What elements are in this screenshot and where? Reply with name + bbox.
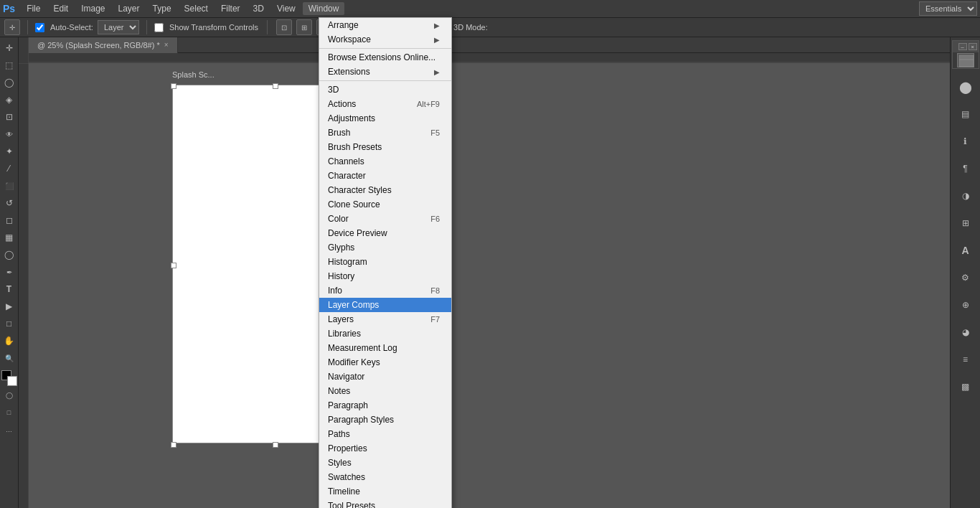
menu-paths[interactable]: Paths bbox=[319, 427, 451, 441]
document-tab[interactable]: @ 25% (Splash Screen, RGB/8#) * × bbox=[29, 37, 178, 53]
brush-tool[interactable]: ∕ bbox=[1, 161, 17, 177]
menu-measurement-log[interactable]: Measurement Log bbox=[319, 341, 451, 355]
menu-libraries[interactable]: Libraries bbox=[319, 326, 451, 341]
menu-browse-extensions[interactable]: Browse Extensions Online... bbox=[319, 50, 451, 65]
menu-navigator[interactable]: Navigator bbox=[319, 370, 451, 384]
menu-image[interactable]: Image bbox=[75, 2, 110, 15]
handle-ml[interactable] bbox=[171, 263, 176, 268]
healing-tool[interactable]: ✦ bbox=[1, 144, 17, 159]
eyedropper-tool[interactable]: 👁 bbox=[1, 126, 17, 142]
gradient-tool[interactable]: ▦ bbox=[1, 230, 17, 245]
screen-mode-tool[interactable]: □ bbox=[1, 405, 17, 420]
mask-btn[interactable]: ◕ bbox=[953, 320, 978, 344]
hand-tool[interactable]: ✋ bbox=[1, 333, 17, 349]
menu-notes[interactable]: Notes bbox=[319, 384, 451, 398]
menu-styles[interactable]: Styles bbox=[319, 456, 451, 470]
paragraph-btn[interactable]: ¶ bbox=[953, 156, 978, 181]
menu-filter[interactable]: Filter bbox=[215, 2, 246, 15]
workspace-select[interactable]: Essentials bbox=[919, 1, 977, 16]
marquee-tool[interactable]: ⬚ bbox=[1, 57, 17, 73]
handle-bm[interactable] bbox=[273, 442, 278, 448]
align-center-icon[interactable]: ⊞ bbox=[296, 19, 312, 35]
menu-paragraph-styles[interactable]: Paragraph Styles bbox=[319, 413, 451, 427]
menu-edit[interactable]: Edit bbox=[47, 2, 74, 15]
handle-bl[interactable] bbox=[171, 442, 176, 448]
handle-tm[interactable] bbox=[273, 83, 278, 89]
more-tools[interactable]: … bbox=[1, 422, 17, 438]
type-tool[interactable]: T bbox=[1, 281, 17, 297]
handle-tl[interactable] bbox=[171, 83, 176, 89]
menu-type[interactable]: Type bbox=[147, 2, 177, 15]
menu-brush[interactable]: Brush F5 bbox=[319, 126, 451, 140]
channels-btn[interactable]: ▤ bbox=[953, 102, 978, 126]
menu-clone-source[interactable]: Clone Source bbox=[319, 197, 451, 212]
menu-paragraph[interactable]: Paragraph bbox=[319, 398, 451, 413]
menu-glyphs[interactable]: Glyphs bbox=[319, 240, 451, 255]
align-left-icon[interactable]: ⊡ bbox=[276, 19, 292, 35]
type-btn[interactable]: A bbox=[953, 238, 978, 263]
mini-panel-minimize[interactable]: – bbox=[958, 43, 967, 50]
menu-view[interactable]: View bbox=[271, 2, 301, 15]
layers-panel-btn[interactable]: ▩ bbox=[953, 375, 978, 399]
eraser-tool[interactable]: ◻ bbox=[1, 212, 17, 228]
menu-file[interactable]: File bbox=[21, 2, 46, 15]
menu-workspace[interactable]: Workspace ▶ bbox=[319, 32, 451, 47]
menu-3d[interactable]: 3D bbox=[248, 2, 270, 15]
menu-layer-comps[interactable]: Layer Comps bbox=[319, 298, 451, 312]
foreground-background-color[interactable] bbox=[1, 370, 17, 386]
menu-properties-label: Properties bbox=[328, 443, 367, 453]
menu-3d[interactable]: 3D bbox=[319, 83, 451, 97]
menu-tool-presets[interactable]: Tool Presets bbox=[319, 499, 451, 508]
ruler-btn[interactable]: ≡ bbox=[953, 347, 978, 372]
window-menu-dropdown: Arrange ▶ Workspace ▶ Browse Extensions … bbox=[319, 17, 452, 508]
menu-histogram[interactable]: Histogram bbox=[319, 255, 451, 269]
brush-settings-btn[interactable]: ⚙ bbox=[953, 265, 978, 290]
quick-mask-tool[interactable]: ◯ bbox=[1, 387, 17, 403]
menu-character-styles[interactable]: Character Styles bbox=[319, 183, 451, 197]
menu-swatches[interactable]: Swatches bbox=[319, 470, 451, 484]
menu-timeline[interactable]: Timeline bbox=[319, 484, 451, 499]
move-tool[interactable]: ✛ bbox=[1, 40, 17, 56]
dodge-tool[interactable]: ◯ bbox=[1, 247, 17, 263]
menu-brush-presets[interactable]: Brush Presets bbox=[319, 140, 451, 154]
mini-panel-close[interactable]: × bbox=[969, 43, 977, 50]
menu-layer[interactable]: Layer bbox=[113, 2, 146, 15]
clone-btn[interactable]: ⊕ bbox=[953, 293, 978, 317]
stamp-tool[interactable]: ⬛ bbox=[1, 178, 17, 194]
menu-character[interactable]: Character bbox=[319, 169, 451, 183]
menu-info[interactable]: Info F8 bbox=[319, 283, 451, 298]
menu-history[interactable]: History bbox=[319, 269, 451, 283]
grid-btn[interactable]: ⊞ bbox=[953, 211, 978, 235]
magic-wand-tool[interactable]: ◈ bbox=[1, 92, 17, 108]
menu-channels[interactable]: Channels bbox=[319, 154, 451, 169]
move-tool-icon[interactable]: ✛ bbox=[4, 19, 20, 35]
adjustments-btn[interactable]: ◑ bbox=[953, 184, 978, 208]
canvas-workspace[interactable]: Splash Sc... bbox=[29, 63, 950, 508]
pen-tool[interactable]: ✒ bbox=[1, 264, 17, 280]
menu-adjustments[interactable]: Adjustments bbox=[319, 111, 451, 126]
menu-device-preview[interactable]: Device Preview bbox=[319, 226, 451, 240]
menu-window[interactable]: Window bbox=[303, 2, 345, 15]
menu-extensions[interactable]: Extensions ▶ bbox=[319, 65, 451, 79]
menu-layers[interactable]: Layers F7 bbox=[319, 312, 451, 326]
menu-arrange[interactable]: Arrange ▶ bbox=[319, 18, 451, 32]
crop-tool[interactable]: ⊡ bbox=[1, 109, 17, 125]
show-transform-checkbox[interactable] bbox=[154, 23, 164, 32]
menu-swatches-label: Swatches bbox=[328, 472, 365, 482]
auto-select-dropdown[interactable]: Layer bbox=[98, 20, 139, 34]
lasso-tool[interactable]: ◯ bbox=[1, 75, 17, 90]
menu-actions[interactable]: Actions Alt+F9 bbox=[319, 97, 451, 111]
menu-select[interactable]: Select bbox=[179, 2, 214, 15]
info-btn[interactable]: ℹ bbox=[953, 129, 978, 154]
menu-tool-presets-label: Tool Presets bbox=[328, 501, 375, 508]
history-brush-tool[interactable]: ↺ bbox=[1, 195, 17, 211]
document-tab-close[interactable]: × bbox=[164, 41, 169, 49]
auto-select-checkbox[interactable] bbox=[35, 23, 44, 32]
color-picker-btn[interactable]: ⬤ bbox=[953, 75, 978, 99]
menu-modifier-keys[interactable]: Modifier Keys bbox=[319, 355, 451, 370]
path-select-tool[interactable]: ▶ bbox=[1, 298, 17, 314]
menu-color[interactable]: Color F6 bbox=[319, 212, 451, 226]
menu-properties[interactable]: Properties bbox=[319, 441, 451, 456]
shape-tool[interactable]: □ bbox=[1, 316, 17, 331]
zoom-tool[interactable]: 🔍 bbox=[1, 350, 17, 366]
